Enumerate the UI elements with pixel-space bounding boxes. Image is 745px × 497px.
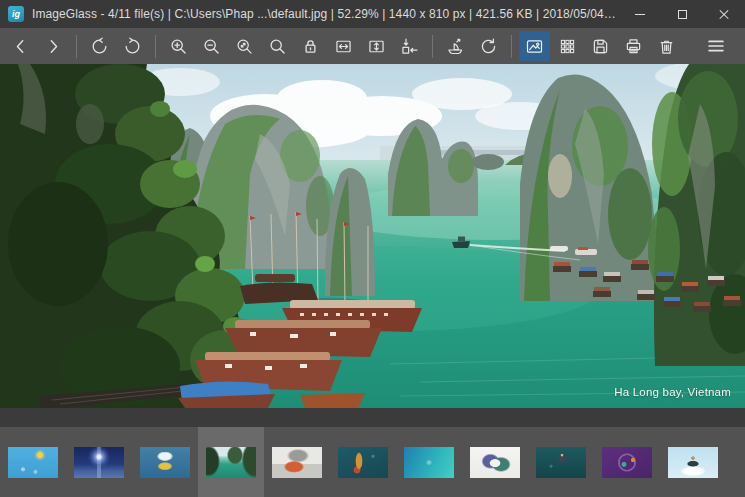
checkerboard-toggle-button[interactable] xyxy=(552,31,583,61)
scale-to-height-button[interactable] xyxy=(361,31,392,61)
boat-icon xyxy=(445,36,466,57)
thumbnail-slot xyxy=(660,427,726,497)
hamburger-icon xyxy=(705,35,727,57)
toolbar-separator xyxy=(432,35,433,58)
grid-icon xyxy=(557,36,578,57)
magnifier-plus-icon xyxy=(168,36,189,57)
save-button[interactable] xyxy=(585,31,616,61)
minimize-button[interactable] xyxy=(619,0,661,28)
window-title: ImageGlass - 4/11 file(s) | C:\Users\Pha… xyxy=(32,7,619,21)
next-image-button[interactable] xyxy=(38,31,69,61)
thumbnail-4-selected[interactable] xyxy=(206,447,256,478)
close-button[interactable] xyxy=(703,0,745,28)
image-caption: Ha Long bay, Vietnam xyxy=(614,386,731,398)
close-icon xyxy=(718,8,730,20)
thumbnail-slot xyxy=(396,427,462,497)
chevron-left-icon xyxy=(10,36,31,57)
thumbnail-slot xyxy=(462,427,528,497)
toolbar-separator xyxy=(155,35,156,58)
scale-to-fit-button[interactable] xyxy=(229,31,260,61)
maximize-icon xyxy=(678,10,687,19)
thumbnail-1[interactable] xyxy=(8,447,58,478)
minimize-icon xyxy=(635,14,645,15)
thumbnail-bar[interactable] xyxy=(0,427,745,497)
refresh-button[interactable] xyxy=(473,31,504,61)
thumbnail-10[interactable] xyxy=(602,447,652,478)
rotate-left-button[interactable] xyxy=(84,31,115,61)
title-bar[interactable]: ig ImageGlass - 4/11 file(s) | C:\Users\… xyxy=(0,0,745,28)
thumbnail-slot xyxy=(0,427,66,497)
auto-resize-window-button[interactable] xyxy=(394,31,425,61)
thumbnail-bar-toggle-button[interactable] xyxy=(519,31,550,61)
lock-zoom-button[interactable] xyxy=(295,31,326,61)
toolbar-separator xyxy=(511,35,512,58)
rotate-ccw-icon xyxy=(89,36,110,57)
thumbnail-7[interactable] xyxy=(404,447,454,478)
magnifier-arrows-icon xyxy=(234,36,255,57)
thumbnail-2[interactable] xyxy=(74,447,124,478)
zoom-out-button[interactable] xyxy=(196,31,227,61)
toolbar xyxy=(0,28,745,64)
actual-size-button[interactable] xyxy=(262,31,293,61)
thumbnail-3[interactable] xyxy=(140,447,190,478)
maximize-button[interactable] xyxy=(661,0,703,28)
open-file-button[interactable] xyxy=(440,31,471,61)
thumbnail-8[interactable] xyxy=(470,447,520,478)
thumbnail-slot xyxy=(330,427,396,497)
thumbnail-slot-selected xyxy=(198,427,264,497)
window-controls xyxy=(619,0,745,28)
rotate-cw-icon xyxy=(122,36,143,57)
floppy-icon xyxy=(590,36,611,57)
thumbnail-slot xyxy=(528,427,594,497)
printer-icon xyxy=(623,36,644,57)
box-vertical-arrow-icon xyxy=(366,36,387,57)
magnifier-minus-icon xyxy=(201,36,222,57)
box-horizontal-arrow-icon xyxy=(333,36,354,57)
refresh-icon xyxy=(478,36,499,57)
toolbar-separator xyxy=(76,35,77,58)
chevron-right-icon xyxy=(43,36,64,57)
trash-icon xyxy=(656,36,677,57)
print-button[interactable] xyxy=(618,31,649,61)
app-icon-text: ig xyxy=(12,9,20,19)
previous-image-button[interactable] xyxy=(5,31,36,61)
picture-icon xyxy=(524,36,545,57)
imageglass-window: ig ImageGlass - 4/11 file(s) | C:\Users\… xyxy=(0,0,745,497)
rotate-right-button[interactable] xyxy=(117,31,148,61)
shrink-to-box-icon xyxy=(399,36,420,57)
thumbnail-slot xyxy=(264,427,330,497)
thumbnail-slot xyxy=(66,427,132,497)
main-image xyxy=(0,64,745,408)
magnifier-icon xyxy=(267,36,288,57)
thumbnail-5[interactable] xyxy=(272,447,322,478)
lock-icon xyxy=(300,36,321,57)
thumbnail-11[interactable] xyxy=(668,447,718,478)
main-menu-button[interactable] xyxy=(700,31,731,61)
thumbnail-slot xyxy=(594,427,660,497)
imageglass-logo-icon: ig xyxy=(8,6,24,22)
thumbnail-9[interactable] xyxy=(536,447,586,478)
scale-to-width-button[interactable] xyxy=(328,31,359,61)
thumbnail-slot xyxy=(132,427,198,497)
delete-button[interactable] xyxy=(651,31,682,61)
image-viewport[interactable]: Ha Long bay, Vietnam xyxy=(0,64,745,427)
thumbnail-6[interactable] xyxy=(338,447,388,478)
zoom-in-button[interactable] xyxy=(163,31,194,61)
